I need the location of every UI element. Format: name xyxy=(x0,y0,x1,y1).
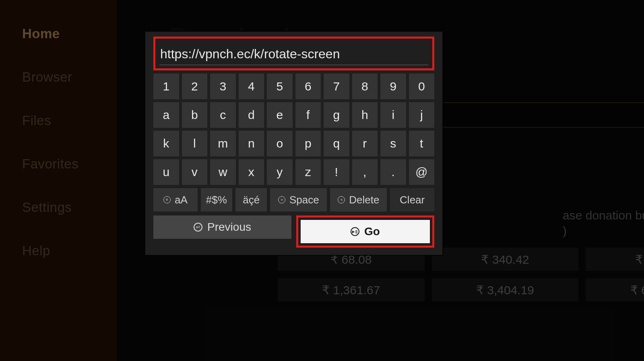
keyboard-function-row: ≡ aA #$% äçé ›› Space ‹‹ Delete Clear xyxy=(153,188,434,211)
key-symbols[interactable]: #$% xyxy=(201,188,232,211)
key-space[interactable]: ›› Space xyxy=(270,188,327,211)
key-2[interactable]: 2 xyxy=(182,74,208,99)
key-clear-label: Clear xyxy=(400,194,425,206)
key-z[interactable]: z xyxy=(295,159,321,185)
key-b[interactable]: b xyxy=(182,102,208,128)
key-shift-label: aA xyxy=(175,194,188,206)
key-space-label: Space xyxy=(289,194,319,206)
key-w[interactable]: w xyxy=(210,159,236,185)
key-period[interactable]: . xyxy=(380,159,406,185)
onscreen-keyboard-dialog: 1 2 3 4 5 6 7 8 9 0 a b c d e f g h i j … xyxy=(145,31,443,255)
url-input[interactable] xyxy=(159,44,428,65)
key-delete-label: Delete xyxy=(349,194,379,206)
key-r[interactable]: r xyxy=(352,131,378,156)
key-j[interactable]: j xyxy=(409,102,435,128)
key-e[interactable]: e xyxy=(267,102,293,128)
key-0[interactable]: 0 xyxy=(409,74,435,99)
key-1[interactable]: 1 xyxy=(153,74,179,99)
key-d[interactable]: d xyxy=(239,102,264,128)
key-t[interactable]: t xyxy=(409,131,435,156)
key-exclaim[interactable]: ! xyxy=(324,159,349,185)
go-label: Go xyxy=(364,225,380,238)
key-f[interactable]: f xyxy=(295,102,321,128)
keyboard-grid: 1 2 3 4 5 6 7 8 9 0 a b c d e f g h i j … xyxy=(153,74,434,185)
key-at[interactable]: @ xyxy=(409,159,435,185)
key-h[interactable]: h xyxy=(352,102,378,128)
key-y[interactable]: y xyxy=(267,159,293,185)
key-a[interactable]: a xyxy=(153,102,179,128)
list-icon: ≡ xyxy=(163,196,171,203)
key-o[interactable]: o xyxy=(267,131,293,156)
key-p[interactable]: p xyxy=(295,131,321,156)
key-l[interactable]: l xyxy=(182,131,208,156)
key-i[interactable]: i xyxy=(380,102,406,128)
go-button[interactable]: ▸॥ Go xyxy=(301,220,430,243)
previous-button[interactable]: ↩ Previous xyxy=(153,215,291,239)
key-9[interactable]: 9 xyxy=(380,74,406,99)
key-delete[interactable]: ‹‹ Delete xyxy=(330,188,387,211)
back-icon: ↩ xyxy=(194,223,202,232)
key-accents[interactable]: äçé xyxy=(235,188,267,211)
key-clear[interactable]: Clear xyxy=(390,188,434,211)
key-c[interactable]: c xyxy=(210,102,236,128)
key-n[interactable]: n xyxy=(239,131,264,156)
key-k[interactable]: k xyxy=(153,131,179,156)
key-accents-label: äçé xyxy=(243,194,260,206)
keyboard-nav-row: ↩ Previous ▸॥ Go xyxy=(153,215,434,248)
key-symbols-label: #$% xyxy=(206,194,227,206)
rewind-icon: ‹‹ xyxy=(338,196,345,203)
key-s[interactable]: s xyxy=(380,131,406,156)
key-6[interactable]: 6 xyxy=(295,74,321,99)
play-pause-icon: ▸॥ xyxy=(351,227,359,236)
previous-label: Previous xyxy=(207,221,251,234)
key-5[interactable]: 5 xyxy=(267,74,293,99)
key-v[interactable]: v xyxy=(182,159,208,185)
key-u[interactable]: u xyxy=(153,159,179,185)
key-g[interactable]: g xyxy=(324,102,349,128)
key-shift[interactable]: ≡ aA xyxy=(153,188,198,211)
key-3[interactable]: 3 xyxy=(210,74,236,99)
key-x[interactable]: x xyxy=(239,159,264,185)
url-input-highlight xyxy=(153,37,434,70)
fast-forward-icon: ›› xyxy=(278,196,285,203)
key-7[interactable]: 7 xyxy=(324,74,349,99)
key-8[interactable]: 8 xyxy=(352,74,378,99)
key-4[interactable]: 4 xyxy=(239,74,264,99)
key-comma[interactable]: , xyxy=(352,159,378,185)
go-button-highlight: ▸॥ Go xyxy=(296,215,434,248)
key-q[interactable]: q xyxy=(324,131,349,156)
key-m[interactable]: m xyxy=(210,131,236,156)
